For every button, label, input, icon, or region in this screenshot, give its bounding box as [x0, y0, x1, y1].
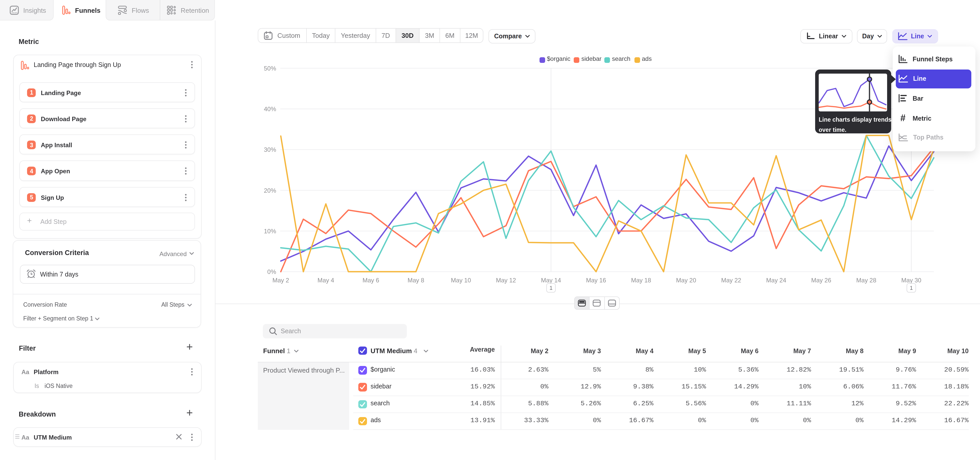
- svg-text:1: 1: [549, 285, 552, 291]
- svg-text:30%: 30%: [264, 146, 276, 153]
- svg-text:40%: 40%: [264, 105, 276, 112]
- svg-text:20%: 20%: [264, 187, 276, 194]
- svg-text:May 18: May 18: [631, 277, 651, 284]
- svg-text:May 26: May 26: [811, 277, 831, 284]
- svg-text:May 20: May 20: [676, 277, 696, 284]
- svg-text:May 30: May 30: [901, 277, 921, 284]
- svg-text:1: 1: [910, 285, 913, 291]
- svg-text:May 12: May 12: [496, 277, 516, 284]
- svg-text:May 4: May 4: [318, 277, 334, 284]
- svg-text:0%: 0%: [267, 268, 276, 275]
- svg-text:May 22: May 22: [721, 277, 741, 284]
- svg-text:May 2: May 2: [272, 277, 289, 284]
- svg-text:May 24: May 24: [766, 277, 786, 284]
- svg-text:May 6: May 6: [363, 277, 379, 284]
- svg-text:May 16: May 16: [586, 277, 606, 284]
- svg-text:10%: 10%: [264, 228, 276, 235]
- svg-text:May 14: May 14: [541, 277, 561, 284]
- svg-text:May 8: May 8: [407, 277, 424, 284]
- svg-text:May 10: May 10: [451, 277, 471, 284]
- svg-text:50%: 50%: [264, 65, 276, 72]
- svg-text:May 28: May 28: [856, 277, 877, 284]
